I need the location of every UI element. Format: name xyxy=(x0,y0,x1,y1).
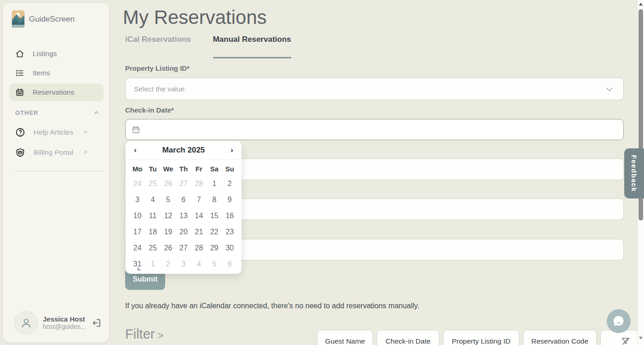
calendar-day[interactable]: 20 xyxy=(176,224,191,240)
calendar-day[interactable]: 29 xyxy=(207,240,222,256)
calendar-day[interactable]: 24 xyxy=(130,175,145,192)
calendar-day[interactable]: 1 xyxy=(207,175,222,192)
calendar-day[interactable]: 13 xyxy=(176,208,191,224)
calendar-day[interactable]: 5 xyxy=(207,256,222,272)
calendar-header: ‹ March 2025 › xyxy=(126,141,242,160)
calendar-day[interactable]: 17 xyxy=(130,224,145,240)
sidebar-item-reservations[interactable]: Reservations xyxy=(9,84,104,101)
calendar-day[interactable]: 23 xyxy=(222,224,237,240)
tab-bar: iCal Reservations Manual Reservations xyxy=(125,35,291,51)
sidebar-item-billing-portal[interactable]: Billing Portal xyxy=(9,143,104,162)
filter-button-property-listing-id[interactable]: Property Listing ID xyxy=(443,330,519,345)
section-label: OTHER xyxy=(15,109,39,116)
calendar-day[interactable]: 14 xyxy=(191,208,207,224)
chat-widget-button[interactable] xyxy=(607,309,631,333)
sidebar-item-label: Billing Portal xyxy=(34,148,73,157)
filter-toggle[interactable]: Filter > xyxy=(125,327,163,342)
scroll-up-icon[interactable] xyxy=(639,3,643,6)
calendar-next-button[interactable]: › xyxy=(229,146,235,155)
weekday-label: Fr xyxy=(191,163,207,175)
calendar-day[interactable]: 22 xyxy=(207,224,222,240)
weekday-label: Su xyxy=(222,163,237,175)
calendar-day[interactable]: 5 xyxy=(161,192,176,208)
calendar-day[interactable]: 8 xyxy=(207,192,222,208)
calendar-day[interactable]: 19 xyxy=(161,224,176,240)
calendar-day[interactable]: 1 xyxy=(145,256,160,272)
calendar-day[interactable]: 3 xyxy=(130,192,145,208)
billing-card-icon xyxy=(15,147,25,158)
calendar-day[interactable]: 25 xyxy=(145,175,160,192)
calendar-day[interactable]: 27 xyxy=(176,240,191,256)
sidebar-item-help-articles[interactable]: Help Articles xyxy=(9,123,104,141)
external-link-icon xyxy=(82,150,88,155)
calendar-day[interactable]: 2 xyxy=(222,175,237,192)
app-logo[interactable]: GuideScreen xyxy=(12,11,75,28)
sidebar-item-label: Help Articles xyxy=(34,128,73,136)
weekday-label: Th xyxy=(176,163,191,175)
calendar-day[interactable]: 9 xyxy=(222,192,237,208)
weekday-label: Mo xyxy=(130,163,145,175)
chevron-up-icon xyxy=(93,109,100,116)
calendar-day[interactable]: 3 xyxy=(176,256,191,272)
filter-button-guest-name[interactable]: Guest Name xyxy=(317,330,373,345)
sidebar-item-items[interactable]: Items xyxy=(9,64,104,82)
tab-ical-reservations[interactable]: iCal Reservations xyxy=(125,35,191,51)
calendar-day[interactable]: 30 xyxy=(222,240,237,256)
calendar-day[interactable]: 16 xyxy=(222,208,237,224)
app-name: GuideScreen xyxy=(29,15,75,24)
sidebar-section-other[interactable]: OTHER xyxy=(15,109,100,116)
filter-button-reservation-code[interactable]: Reservation Code xyxy=(523,330,597,345)
calendar-day[interactable]: 26 xyxy=(161,175,176,192)
chevron-right-icon: > xyxy=(157,330,163,342)
calendar-day[interactable]: 4 xyxy=(145,192,160,208)
external-link-icon xyxy=(82,130,88,135)
calendar-day[interactable]: 21 xyxy=(191,224,207,240)
select-placeholder: Select the value xyxy=(134,85,604,93)
calendar-day[interactable]: 12 xyxy=(161,208,176,224)
sidebar-item-listings[interactable]: Listings xyxy=(9,45,104,62)
calendar-day[interactable]: 15 xyxy=(207,208,222,224)
filter-button-check-in-date[interactable]: Check-in Date xyxy=(377,330,439,345)
calendar-prev-button[interactable]: ‹ xyxy=(132,146,138,155)
calendar-day[interactable]: 24 xyxy=(130,240,145,256)
resize-handle[interactable] xyxy=(138,267,141,271)
calendar-icon xyxy=(15,88,24,97)
home-icon xyxy=(15,49,24,58)
feedback-label: Feedback xyxy=(630,155,638,192)
chevron-down-icon xyxy=(604,84,615,95)
user-profile[interactable]: Jessica Host host@guides... xyxy=(14,311,102,334)
main-content: My Reservations iCal Reservations Manual… xyxy=(110,0,644,345)
property-listing-id-select[interactable]: Select the value xyxy=(125,78,624,100)
logout-icon[interactable] xyxy=(92,318,102,328)
weekday-label: Tu xyxy=(145,163,160,175)
list-icon xyxy=(15,68,24,78)
sidebar: GuideScreen Listings xyxy=(2,2,109,343)
tab-manual-reservations[interactable]: Manual Reservations xyxy=(213,35,291,51)
property-listing-id-label: Property Listing ID* xyxy=(125,64,190,72)
check-in-date-input[interactable] xyxy=(125,119,624,140)
date-picker-popup: ‹ March 2025 › Mo Tu We Th Fr Sa Su 2425… xyxy=(126,141,242,274)
avatar xyxy=(14,311,38,334)
sidebar-nav: Listings Items xyxy=(3,43,110,103)
scroll-down-icon[interactable] xyxy=(639,337,643,339)
calendar-day[interactable]: 28 xyxy=(191,175,207,192)
calendar-day[interactable]: 4 xyxy=(191,256,207,272)
calendar-day[interactable]: 18 xyxy=(145,224,160,240)
calendar-day[interactable]: 7 xyxy=(191,192,207,208)
calendar-day[interactable]: 11 xyxy=(145,208,160,224)
calendar-day[interactable]: 25 xyxy=(145,240,160,256)
sidebar-other-group: Help Articles Billing Portal xyxy=(3,121,110,164)
calendar-day[interactable]: 27 xyxy=(176,175,191,192)
user-name: Jessica Host xyxy=(43,315,89,323)
user-email: host@guides... xyxy=(43,323,87,330)
feedback-button[interactable]: Feedback xyxy=(624,148,644,198)
app-window: GuideScreen Listings xyxy=(0,0,644,345)
calendar-month-label: March 2025 xyxy=(162,146,205,155)
calendar-day[interactable]: 26 xyxy=(161,240,176,256)
calendar-day[interactable]: 28 xyxy=(191,240,207,256)
calendar-day[interactable]: 6 xyxy=(222,256,237,272)
calendar-day[interactable]: 2 xyxy=(161,256,176,272)
calendar-day[interactable]: 10 xyxy=(130,208,145,224)
calendar-day[interactable]: 6 xyxy=(176,192,191,208)
sidebar-item-label: Reservations xyxy=(33,88,74,96)
